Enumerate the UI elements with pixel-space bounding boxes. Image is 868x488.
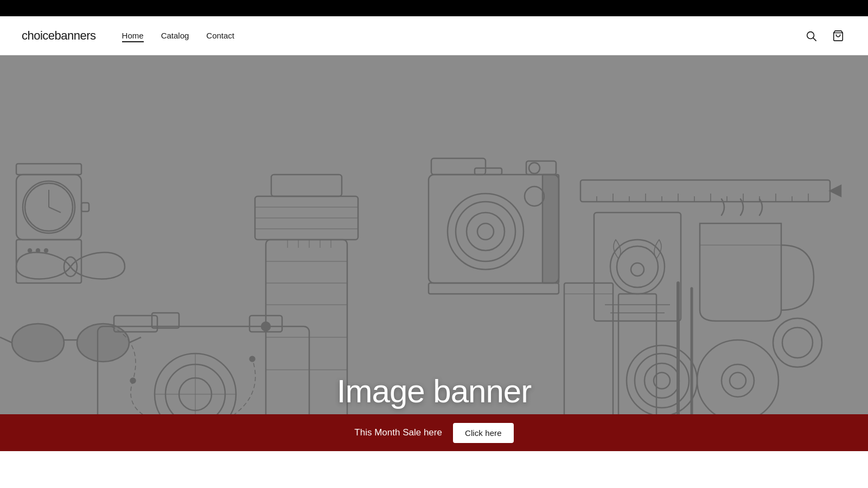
svg-point-106 <box>130 378 136 383</box>
svg-point-108 <box>250 356 255 362</box>
hero-title: Image banner <box>295 373 573 410</box>
cart-icon <box>832 30 844 42</box>
svg-point-17 <box>77 324 129 362</box>
nav-contact[interactable]: Contact <box>206 31 234 40</box>
announcement-bar <box>0 0 868 16</box>
sale-banner: This Month Sale here Click here <box>0 414 868 451</box>
svg-point-16 <box>12 324 64 362</box>
header-icons <box>803 28 846 44</box>
search-button[interactable] <box>803 28 819 44</box>
search-icon <box>805 30 817 42</box>
sale-banner-text: This Month Sale here <box>354 427 442 438</box>
svg-rect-65 <box>542 175 559 283</box>
cart-button[interactable] <box>830 28 846 44</box>
svg-point-11 <box>28 249 31 252</box>
main-nav: Home Catalog Contact <box>122 31 803 40</box>
brand-logo[interactable]: choicebanners <box>22 29 96 43</box>
nav-catalog[interactable]: Catalog <box>161 31 189 40</box>
sale-click-here-button[interactable]: Click here <box>453 423 514 443</box>
hero-section: Image banner Give customers details abou… <box>0 55 868 451</box>
svg-line-1 <box>813 38 816 41</box>
site-header: choicebanners Home Catalog Contact <box>0 16 868 55</box>
svg-point-13 <box>44 249 48 252</box>
nav-home[interactable]: Home <box>122 31 144 40</box>
svg-point-12 <box>36 249 40 252</box>
